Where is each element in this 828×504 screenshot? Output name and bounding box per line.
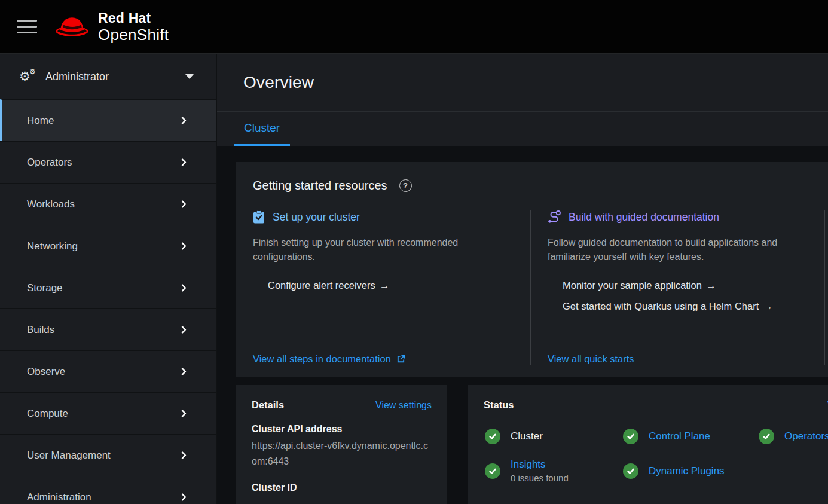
status-card-title: Status xyxy=(484,399,514,411)
logo-text-redhat: Red Hat xyxy=(98,11,169,25)
logo-text-openshift: OpenShift xyxy=(98,27,169,42)
chevron-right-icon xyxy=(180,158,188,166)
help-icon[interactable]: ? xyxy=(399,179,412,192)
tab-bar: Cluster xyxy=(217,112,828,146)
status-item-cluster: Cluster xyxy=(485,429,623,444)
cluster-api-address-value: https://api.cluster-v6fkv.dynamic.opentl… xyxy=(252,438,432,469)
sidebar-item-compute[interactable]: Compute xyxy=(0,392,216,434)
setup-cluster-description: Finish setting up your cluster with reco… xyxy=(253,236,514,264)
perspective-switcher[interactable]: ⚙⚙ Administrator xyxy=(0,54,216,99)
redhat-fedora-icon xyxy=(54,14,92,40)
sidebar-item-builds[interactable]: Builds xyxy=(0,308,216,350)
success-check-icon xyxy=(623,463,638,479)
chevron-right-icon xyxy=(180,200,188,208)
sidebar-item-workloads[interactable]: Workloads xyxy=(0,183,216,225)
status-item-control-plane: Control Plane xyxy=(623,429,759,444)
quarkus-helm-chart-link[interactable]: Get started with Quarkus using a Helm Ch… xyxy=(563,301,808,312)
arrow-right-icon xyxy=(759,301,773,311)
success-check-icon xyxy=(623,429,638,444)
success-check-icon xyxy=(485,463,500,479)
clipboard-check-icon xyxy=(253,210,265,224)
success-check-icon xyxy=(485,429,500,444)
sidebar-item-operators[interactable]: Operators xyxy=(0,141,216,183)
view-all-steps-link[interactable]: View all steps in documentation xyxy=(253,353,514,365)
sidebar-item-networking[interactable]: Networking xyxy=(0,225,216,267)
cogs-icon: ⚙⚙ xyxy=(19,70,37,84)
chevron-right-icon xyxy=(180,493,188,501)
view-settings-link[interactable]: View settings xyxy=(375,400,432,411)
overview-dashboard: Getting started resources ? Set up your … xyxy=(217,146,828,504)
details-card: Details View settings Cluster API addres… xyxy=(236,385,447,504)
chevron-right-icon xyxy=(180,117,188,124)
arrow-right-icon xyxy=(375,280,390,291)
masthead: Red Hat OpenShift xyxy=(0,0,828,54)
sidebar-nav: ⚙⚙ Administrator Home Operators Workload… xyxy=(0,54,217,504)
sidebar-item-storage[interactable]: Storage xyxy=(0,267,216,308)
chevron-right-icon xyxy=(180,284,188,292)
monitor-sample-application-link[interactable]: Monitor your sample application xyxy=(563,280,808,291)
arrow-right-icon xyxy=(702,280,716,291)
guided-documentation-link[interactable]: Build with guided documentation xyxy=(569,211,719,224)
redhat-openshift-logo: Red Hat OpenShift xyxy=(54,11,169,42)
tab-cluster[interactable]: Cluster xyxy=(234,112,290,146)
status-item-dynamic-plugins: Dynamic Plugins xyxy=(623,463,759,479)
status-item-insights: Insights 0 issues found xyxy=(485,459,623,483)
insights-link[interactable]: Insights xyxy=(511,459,569,471)
cluster-id-label: Cluster ID xyxy=(252,482,432,493)
getting-started-overflow-column xyxy=(824,210,828,365)
external-link-icon xyxy=(396,355,405,364)
details-card-title: Details xyxy=(252,399,284,411)
getting-started-title: Getting started resources xyxy=(253,179,387,193)
getting-started-card: Getting started resources ? Set up your … xyxy=(236,162,828,377)
menu-toggle-icon[interactable] xyxy=(17,16,38,38)
sidebar-item-administration[interactable]: Administration xyxy=(0,476,216,504)
configure-alert-receivers-link[interactable]: Configure alert receivers xyxy=(268,280,514,291)
route-icon xyxy=(548,210,561,224)
guided-documentation-section: Build with guided documentation Follow g… xyxy=(530,210,824,365)
page-title: Overview xyxy=(243,73,314,92)
status-label-cluster: Cluster xyxy=(511,430,543,442)
guided-documentation-description: Follow guided documentation to build app… xyxy=(548,236,808,264)
status-card: Status View alerts Cluster xyxy=(468,385,828,504)
chevron-right-icon xyxy=(180,451,188,459)
caret-down-icon xyxy=(185,74,194,79)
sidebar-item-user-management[interactable]: User Management xyxy=(0,434,216,476)
view-all-quick-starts-link[interactable]: View all quick starts xyxy=(548,353,808,365)
setup-cluster-link[interactable]: Set up your cluster xyxy=(273,211,360,224)
chevron-right-icon xyxy=(180,368,188,375)
main-content: Overview Cluster Getting started resourc… xyxy=(217,54,828,504)
chevron-right-icon xyxy=(180,242,188,250)
perspective-label: Administrator xyxy=(45,71,185,83)
sidebar-item-observe[interactable]: Observe xyxy=(0,350,216,392)
chevron-right-icon xyxy=(180,410,188,417)
control-plane-link[interactable]: Control Plane xyxy=(649,430,710,442)
insights-issues-count: 0 issues found xyxy=(511,473,569,483)
operators-link[interactable]: Operators xyxy=(784,430,828,442)
success-check-icon xyxy=(759,429,774,444)
page-header: Overview xyxy=(217,54,828,111)
status-item-operators: Operators xyxy=(759,429,828,444)
dynamic-plugins-link[interactable]: Dynamic Plugins xyxy=(649,465,725,477)
setup-cluster-section: Set up your cluster Finish setting up yo… xyxy=(236,210,530,365)
cluster-api-address-label: Cluster API address xyxy=(252,424,432,435)
chevron-right-icon xyxy=(180,326,188,334)
sidebar-item-home[interactable]: Home xyxy=(0,99,216,141)
